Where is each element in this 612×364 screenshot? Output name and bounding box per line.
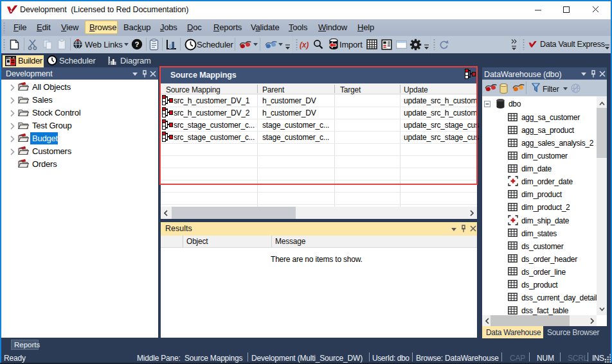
svg-text:?: ? (134, 40, 139, 48)
